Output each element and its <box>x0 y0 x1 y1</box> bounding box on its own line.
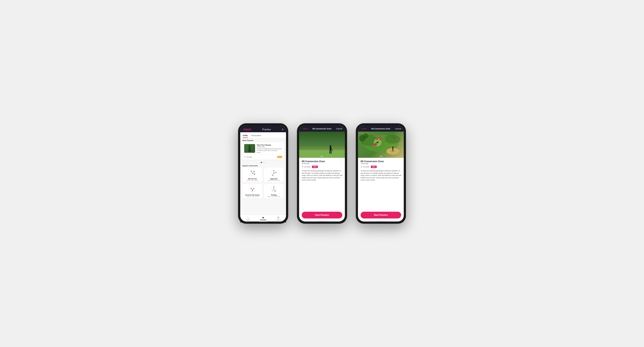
svg-point-56 <box>392 147 394 148</box>
dot-1 <box>261 162 262 163</box>
phone-1-screen: clippd Practice ≡ Drills Favourites Most… <box>240 126 286 221</box>
svg-rect-3 <box>250 150 251 152</box>
putting-icon <box>270 185 278 193</box>
cancel-button[interactable]: Cancel <box>336 128 342 130</box>
svg-point-19 <box>274 170 274 171</box>
phone-3-body: 6ft Conversion Zone 10-50 yds ♡ ⏱ 20 sho… <box>358 158 404 210</box>
start-practice-button-3[interactable]: Start Practice <box>360 212 401 218</box>
skill-card-off-tee[interactable]: Off The Tee Power and accuracy <box>242 168 262 182</box>
drill-image-photo <box>299 132 345 158</box>
skill-desc-approach: Dial-in to hit the green <box>268 180 280 181</box>
tab-drills[interactable]: Drills <box>243 134 248 138</box>
skill-desc-around-green: Hone your short game <box>246 196 259 197</box>
explore-label: Explore skill areas <box>240 164 286 168</box>
bottom-nav: ⌂ Home ♣ Activities ⊕ Capture <box>240 215 286 221</box>
back-button-3[interactable]: < Back <box>360 128 367 130</box>
skill-card-approach[interactable]: Approach Dial-in to hit the green <box>264 168 284 182</box>
drill-description: 20 shots are randomly generated at dista… <box>302 170 342 181</box>
svg-point-27 <box>253 188 254 189</box>
skill-desc-putting: Make and lag practice <box>268 196 280 197</box>
golf-map: Miss Hit SAND FAIRWAY ROUGH <box>358 132 404 158</box>
drill-header-title: 6ft Conversion Zone <box>312 128 331 130</box>
featured-drill-card[interactable]: Find The Fairway Off The Tee Create an i… <box>242 142 284 160</box>
svg-point-11 <box>251 171 252 172</box>
svg-point-22 <box>250 187 255 192</box>
svg-text:SAND: SAND <box>391 151 395 152</box>
svg-point-33 <box>274 186 274 187</box>
ott-tag: OTT <box>277 156 282 158</box>
phone-2-header: < Back 6ft Conversion Zone Cancel <box>299 126 345 132</box>
app-logo: clippd <box>243 128 251 131</box>
skill-card-putting[interactable]: Putting Make and lag practice <box>264 184 284 199</box>
drill-subtitle: 10-50 yds <box>302 163 325 165</box>
arg-tag: ARG <box>312 166 318 168</box>
arg-tag-3: ARG <box>371 166 376 168</box>
clock-icon: ⏱ <box>302 166 304 168</box>
svg-line-40 <box>331 149 333 151</box>
skill-desc-off-tee: Power and accuracy <box>246 180 258 181</box>
phone-2-body: 6ft Conversion Zone 10-50 yds ♡ ⏱ 20 sho… <box>299 158 345 210</box>
svg-text:Miss: Miss <box>378 138 380 140</box>
tab-favourites[interactable]: Favourites <box>251 134 262 138</box>
phone-2: < Back 6ft Conversion Zone Cancel <box>297 123 347 224</box>
drill-subtitle-3: 10-50 yds <box>360 163 384 165</box>
svg-point-12 <box>254 171 255 172</box>
cancel-button-3[interactable]: Cancel <box>395 128 401 130</box>
svg-rect-0 <box>249 145 250 147</box>
carousel-dots <box>240 161 286 164</box>
golf-photo <box>299 132 345 158</box>
dot-3 <box>265 162 266 163</box>
skill-card-around-green[interactable]: Around The Green Hone your short game <box>242 184 262 199</box>
phone-1-header: clippd Practice ≡ <box>240 126 286 132</box>
tabs-bar: Drills Favourites <box>240 132 286 138</box>
image-carousel-dots-3 <box>380 156 382 157</box>
image-carousel-dots <box>321 156 323 157</box>
svg-line-4 <box>251 148 252 151</box>
svg-point-46 <box>363 133 368 139</box>
home-icon: ⌂ <box>247 216 248 219</box>
header-title: Practice <box>262 128 271 131</box>
svg-rect-37 <box>330 147 331 151</box>
shots-count: ⏱ 10 shots <box>244 156 252 158</box>
phone-3-screen: < Back 6ft Conversion Zone Cancel <box>358 126 404 221</box>
off-tee-icon <box>248 169 257 177</box>
phone-1: clippd Practice ≡ Drills Favourites Most… <box>238 123 288 224</box>
approach-icon <box>270 169 278 177</box>
activities-icon: ♣ <box>262 216 264 219</box>
drill-header-title-3: 6ft Conversion Zone <box>371 128 390 130</box>
img-dot-3-2 <box>381 156 382 157</box>
svg-rect-38 <box>330 151 330 154</box>
card-info: Find The Fairway Off The Tee Create an i… <box>257 144 282 153</box>
start-practice-button[interactable]: Start Practice <box>302 212 342 218</box>
svg-rect-39 <box>331 151 332 154</box>
svg-rect-2 <box>248 150 250 152</box>
menu-icon[interactable]: ≡ <box>282 128 284 131</box>
drill-meta-3: ⏱ 20 shots ARG <box>360 166 401 168</box>
favourite-heart-icon[interactable]: ♡ <box>340 160 342 163</box>
skill-name-putting: Putting <box>271 194 277 196</box>
back-button[interactable]: < Back <box>302 128 308 130</box>
skill-name-around-green: Around The Green <box>245 194 260 196</box>
favourite-icon[interactable]: ♡ <box>280 144 282 146</box>
around-green-icon <box>248 185 257 193</box>
capture-icon: ⊕ <box>277 216 280 219</box>
svg-point-20 <box>276 172 276 173</box>
nav-activities[interactable]: ♣ Activities <box>256 215 271 221</box>
nav-capture[interactable]: ⊕ Capture <box>271 215 286 221</box>
nav-home[interactable]: ⌂ Home <box>240 215 256 221</box>
favourite-heart-icon-3[interactable]: ♡ <box>399 160 401 163</box>
shots-info: ⏱ 20 shots <box>302 166 310 168</box>
card-subtitle: Off The Tee <box>257 146 282 148</box>
svg-rect-1 <box>249 147 250 150</box>
svg-point-26 <box>251 188 252 189</box>
drill-title-3: 6ft Conversion Zone <box>360 160 384 163</box>
nav-activities-label: Activities <box>260 219 266 221</box>
drill-description-3: 20 shots are randomly generated at dista… <box>360 170 401 181</box>
card-image <box>244 144 255 153</box>
phone-3-footer: Start Practice <box>358 210 404 220</box>
svg-point-13 <box>254 174 255 175</box>
svg-point-34 <box>275 191 276 192</box>
svg-point-28 <box>252 191 252 192</box>
svg-line-10 <box>251 173 252 175</box>
phone-2-screen: < Back 6ft Conversion Zone Cancel <box>299 126 345 221</box>
